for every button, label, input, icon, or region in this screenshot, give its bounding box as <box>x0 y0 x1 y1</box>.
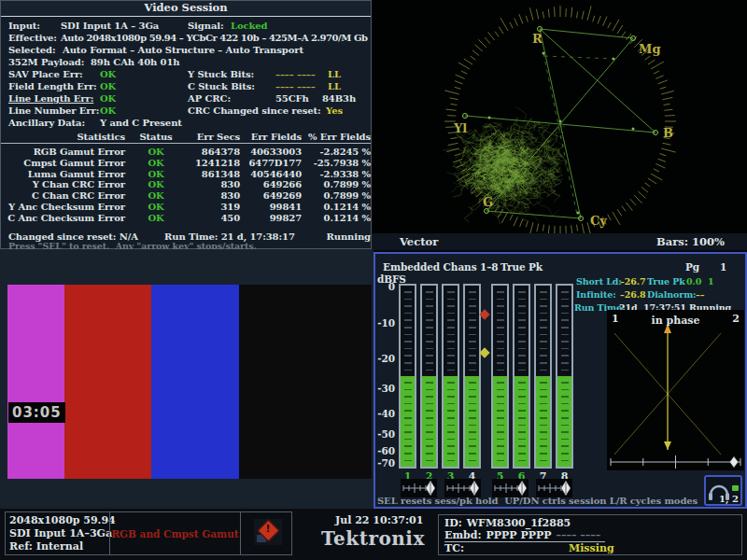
stats-cell: Y Anc Checksum Error <box>1 202 125 213</box>
vector-target-label-Mg: Mg <box>639 42 660 56</box>
vs-field-sav_label: SAV Place Err: <box>8 69 83 80</box>
vs-field-sav_value: OK <box>100 69 116 80</box>
stats-cell: 0.1214 % <box>303 213 371 224</box>
audio-title: Embedded Chans 1–8 <box>383 261 499 273</box>
video-session-tile[interactable]: Video Session Input:SDI Input 1A – 3GaSi… <box>0 0 372 249</box>
phase-balance-widget-2[interactable] <box>444 479 481 497</box>
stats-cell: OK <box>132 179 180 190</box>
stats-cell: 861348 <box>184 169 240 180</box>
audio-meter-ch2 <box>420 284 438 469</box>
db-scale-label: -30 <box>375 383 395 394</box>
vs-field-ystuck_value: LL <box>328 69 341 80</box>
stats-cell: 0.7899 % <box>303 179 371 190</box>
stats-header: % Err Fields <box>303 132 371 143</box>
audio-mode: True Pk <box>500 261 543 273</box>
stats-cell: 649266 <box>242 179 302 190</box>
phase-status-label: in phase <box>607 315 744 327</box>
picture-display: 03:05 <box>7 285 372 479</box>
vectorscope-mode-label: Vector <box>400 235 438 248</box>
db-scale-label: -10 <box>375 317 395 329</box>
vs-field-input_value: SDI Input 1A – 3Ga <box>61 21 159 32</box>
vs-field-crcchanged_value: Yes <box>326 105 343 117</box>
stats-header-rule <box>1 143 371 144</box>
format-status: 2048x1080p 59.94 <box>6 512 109 526</box>
audio-meter-ch4 <box>463 284 481 469</box>
headphone-channels-label: 1, 2 <box>719 494 739 504</box>
id-box: ID:WFM8300_1f2885 Embd:PPPP PPPP–––– –––… <box>438 514 742 555</box>
stats-cell: 99841 <box>242 202 302 213</box>
session-state: Running <box>303 231 371 243</box>
vs-field-fieldlen_label: Field Length Err: <box>8 81 97 92</box>
vectorscope-bars-label: Bars: 100% <box>656 235 725 248</box>
vs-field-apcrc_value2: 84B3h <box>322 93 356 105</box>
tc-status: Missing <box>569 542 614 554</box>
audio-meter-ch5 <box>491 284 509 469</box>
vs-field-fieldlen_value: OK <box>100 81 116 92</box>
color-bar-magenta <box>7 285 64 479</box>
stats-cell: C Anc Checksum Error <box>1 213 125 224</box>
stats-cell: 0.1214 % <box>303 202 371 213</box>
vs-field-ystuck_label: Y Stuck Bits: <box>188 69 254 80</box>
true-pk-chan: 1 <box>708 276 714 287</box>
picture-tile[interactable]: 03:05 <box>0 249 374 509</box>
input-status-box: 2048x1080p 59.94 SDI Input 1A–3Ga Ref: I… <box>5 511 110 555</box>
vs-field-ancillary_label: Ancillary Data: <box>8 118 85 129</box>
vs-field-cstuck_value: LL <box>328 81 341 92</box>
vectorscope-graticule: RMgBCyGYl <box>372 0 747 250</box>
vs-field-linenum_value: OK <box>100 105 116 117</box>
alert-text: RGB and Cmpst Gamut <box>110 528 240 539</box>
color-bar-blue <box>151 285 239 479</box>
stats-cell: -2.9338 % <box>303 169 371 180</box>
stats-cell: OK <box>132 169 180 180</box>
stats-cell: OK <box>132 158 180 169</box>
status-bar: 2048x1080p 59.94 SDI Input 1A–3Ga Ref: I… <box>0 509 747 560</box>
color-bar-red <box>64 285 151 479</box>
vs-field-signal_value: Locked <box>231 21 267 32</box>
stats-cell: 649269 <box>242 190 302 202</box>
vs-field-apcrc_label: AP CRC: <box>188 93 231 105</box>
level-marker-yellow <box>479 347 489 357</box>
vectorscope-tile[interactable]: RMgBCyGYl VectorBars: 100% <box>372 0 747 250</box>
db-scale-label: -70 <box>375 457 395 469</box>
vs-field-linelen_label: Line Length Err: <box>8 93 93 105</box>
stats-header: Err Fields <box>242 132 302 143</box>
audio-meter-ch7 <box>534 284 552 469</box>
tektronix-logo: Tektronix <box>321 527 425 550</box>
tc-row: TC:Missing <box>444 542 614 554</box>
phase-balance-widget-1[interactable] <box>401 479 437 497</box>
short-ld-value: –26.7 <box>620 276 645 287</box>
vs-field-cstuck_label: C Stuck Bits: <box>188 81 255 92</box>
stats-cell: 0.7899 % <box>303 190 371 202</box>
vs-field-payload_value: 89h CAh 40h 01h <box>91 57 180 68</box>
stats-cell: 1241218 <box>184 158 240 169</box>
stats-cell: -2.8245 % <box>303 147 371 158</box>
vector-target-label-B: B <box>663 126 673 140</box>
infinite-label: Infinite: <box>576 289 616 301</box>
stats-cell: -25.7938 % <box>303 158 371 169</box>
phase-balance-widget-3[interactable] <box>492 479 529 497</box>
stats-cell: OK <box>132 190 180 202</box>
vs-field-input_label: Input: <box>8 21 40 32</box>
phase-balance-widget-4[interactable] <box>536 479 572 497</box>
lissajous-display: 1 2 in phase <box>607 310 744 470</box>
short-ld-label: Short Ld: <box>576 276 622 287</box>
vs-field-effective_label: Effective: <box>8 33 57 44</box>
audio-meter-ch8 <box>556 284 573 469</box>
stats-cell: C Chan CRC Error <box>1 190 125 202</box>
audio-tile[interactable]: Embedded Chans 1–8True PkdBFSPg1Short Ld… <box>374 252 747 509</box>
db-scale-label: 0 <box>375 281 395 292</box>
stats-cell: 319 <box>184 202 240 213</box>
stats-header: Status <box>132 132 180 143</box>
stats-cell: 450 <box>184 213 240 224</box>
stats-cell: Y Chan CRC Error <box>1 179 125 190</box>
timecode-overlay: 03:05 <box>8 402 65 423</box>
video-session-body: Input:SDI Input 1A – 3GaSignal:LockedEff… <box>1 1 371 248</box>
vector-target-label-R: R <box>532 32 543 46</box>
headphone-widget[interactable]: 1, 2 <box>704 475 742 506</box>
embd-row: Embd:PPPP PPPP–––– –––– <box>444 529 605 542</box>
vs-field-effective_value: Auto 2048x1080p 59.94 – YCbCr 422 10b – … <box>61 33 368 44</box>
vector-target-label-Cy: Cy <box>590 214 607 228</box>
color-bar-black <box>239 285 372 479</box>
stats-header: Err Secs <box>184 132 240 143</box>
db-scale-label: -60 <box>375 445 395 456</box>
